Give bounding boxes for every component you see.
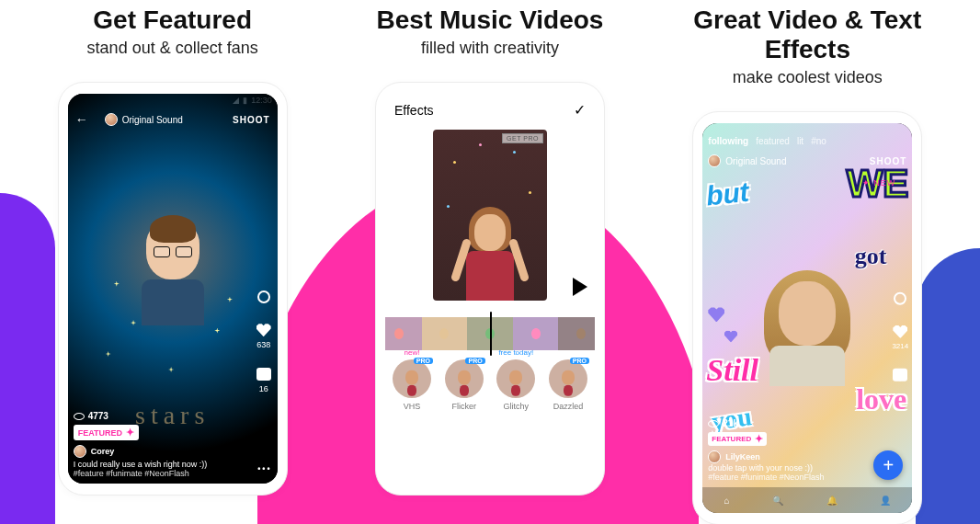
search-icon[interactable]: 🔍 [772,496,783,506]
heart-icon [256,324,271,336]
editor-header: Effects ✓ [385,94,595,126]
getpro-badge[interactable]: GET PRO [502,133,543,143]
back-arrow-icon[interactable]: ← [75,112,88,127]
sound-avatar-icon [105,113,118,126]
like-button[interactable]: 3214 [892,324,908,350]
bell-icon[interactable]: 🔔 [826,496,838,506]
effects-row: new! PRO VHS PRO Flicker free today! Gli… [385,350,595,411]
video-side-actions: 638 16 [256,289,272,393]
sticker-got: got [855,243,887,270]
username[interactable]: LilyKeen [725,452,760,461]
col-effects: Great Video & Text Effects make coolest … [654,6,962,524]
feed-tabs: following featured lit #no [708,136,906,146]
eye-icon [74,413,85,420]
col2-heading: Best Music Videos [377,6,604,35]
home-icon[interactable]: ⌂ [724,496,730,506]
star-icon: ✦ [755,433,763,445]
phone-2: Effects ✓ GET PRO [375,82,605,496]
mic-icon [894,292,906,305]
editor-title: Effects [394,103,434,118]
comment-icon [256,368,271,381]
col-featured: Get Featured stand out & collect fans st… [18,6,326,496]
effect-flicker[interactable]: PRO Flicker [441,359,487,411]
sticker-still: Still [706,353,758,388]
sticker-but: but [705,177,751,212]
plus-icon: + [883,455,894,476]
preview-subject [466,214,514,301]
view-count: 21k [723,418,738,428]
hashtags[interactable]: #feature #funimate #NeonFlash [74,469,253,478]
views-row: 21k [708,418,906,428]
shoot-button[interactable]: SHOOT [233,115,270,125]
sound-pill[interactable]: Original Sound [105,113,183,126]
comment-count: 16 [259,384,268,393]
pro-badge: PRO [414,358,433,364]
like-count: 3214 [892,342,908,350]
tab-featured[interactable]: featured [756,136,790,146]
screen-2: Effects ✓ GET PRO [385,94,595,484]
like-count: 638 [256,340,270,349]
col1-sub: stand out & collect fans [87,39,258,58]
col3-sub: make coolest videos [733,68,883,87]
shoot-button[interactable]: SHOOT [870,156,907,166]
col2-sub: filled with creativity [421,39,559,58]
featured-badge: FEATURED ✦ [708,432,767,446]
effect-vhs[interactable]: new! PRO VHS [389,359,435,411]
tab-lit[interactable]: lit [797,136,803,146]
pro-badge: PRO [570,358,589,364]
profile-icon[interactable]: 👤 [880,496,891,506]
effect-name: VHS [404,402,421,411]
effect-glitchy[interactable]: free today! Glitchy [493,359,539,411]
featured-badge: FEATURED ✦ [74,425,139,440]
user-avatar-icon[interactable] [74,445,86,458]
phone-3: but WE got Still love you following feat… [692,111,922,524]
star-icon: ✦ [126,427,134,439]
effect-tag-new: new! [405,348,420,357]
heart-icon [893,325,907,338]
new-tag: ✦ NEW [862,178,896,188]
comment-button[interactable] [892,367,908,383]
sound-pill[interactable]: Original Sound SHOOT [708,154,906,167]
video-header: ← Original Sound SHOOT [68,107,278,132]
caption-text: I could really use a wish right now :)) [74,460,253,469]
col3-heading: Great Video & Text Effects [654,6,962,64]
pro-badge: PRO [465,358,484,364]
tab-hashtag[interactable]: #no [811,136,826,146]
screen-3: but WE got Still love you following feat… [702,123,912,513]
effect-tag-free: free today! [498,348,533,357]
mic-button[interactable] [892,290,908,307]
view-count: 4773 [88,411,108,421]
effect-name: Glitchy [504,402,530,411]
mic-icon [257,290,270,303]
like-button[interactable]: 638 [256,322,272,349]
tab-following[interactable]: following [708,136,748,146]
sound-label: Original Sound [725,156,786,166]
play-icon[interactable] [573,278,587,296]
preview-box[interactable]: GET PRO [433,130,547,301]
playhead[interactable] [490,312,492,356]
username[interactable]: Corey [91,447,115,456]
col-music: Best Music Videos filled with creativity… [336,6,644,496]
comment-icon [893,369,907,382]
sound-avatar-icon [708,154,721,167]
showcase-columns: Get Featured stand out & collect fans st… [0,0,980,524]
mic-button[interactable] [256,289,272,305]
effect-dazzled[interactable]: PRO Dazzled [545,359,591,411]
col1-heading: Get Featured [93,6,252,35]
confirm-icon[interactable]: ✓ [574,101,586,119]
bottom-nav: ⌂ 🔍 🔔 👤 [702,487,912,513]
video-subject [769,281,845,386]
video-meta: 4773 FEATURED ✦ Corey I could really use… [74,411,272,478]
sticker-love: love [856,382,906,416]
more-icon[interactable]: ••• [257,464,271,473]
effect-name: Dazzled [553,402,584,411]
screen-1: stars ▮ 12:30 ← [68,94,278,484]
video-side-actions: 3214 [892,290,908,383]
video-subject [142,221,204,325]
phone-1: stars ▮ 12:30 ← [58,82,288,496]
effect-name: Flicker [451,402,476,411]
eye-icon [708,420,719,427]
views-row: 4773 [74,411,272,421]
comment-button[interactable]: 16 [256,366,272,393]
user-avatar-icon[interactable] [708,450,721,463]
